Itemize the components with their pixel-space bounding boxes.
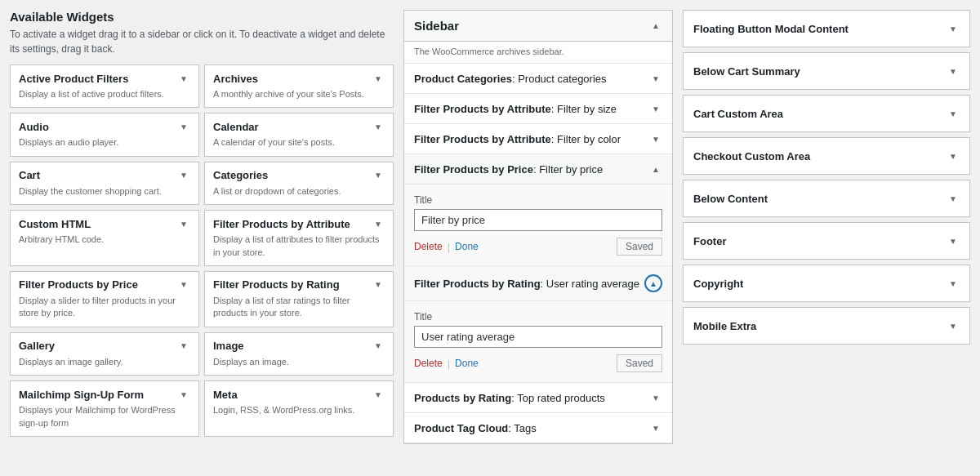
chevron-down-icon: ▼ xyxy=(947,149,960,162)
delete-link[interactable]: Delete xyxy=(414,241,443,252)
chevron-down-icon: ▼ xyxy=(947,277,960,290)
widget-item-desc: Displays an image gallery. xyxy=(19,356,190,368)
sidebar-widget-header[interactable]: Product Tag Cloud: Tags ▼ xyxy=(404,413,672,443)
chevron-up-circle-icon[interactable]: ▲ xyxy=(644,274,662,292)
right-panel: Floating Button Modal Content ▼ Below Ca… xyxy=(683,10,970,345)
widget-item-cart[interactable]: Cart ▼ Display the customer shopping car… xyxy=(10,162,199,205)
widget-item-title: Gallery xyxy=(19,340,55,352)
widget-item-title: Custom HTML xyxy=(19,218,91,230)
sidebar-widget-body: Title Delete | Done Saved xyxy=(404,185,672,265)
available-widgets-desc: To activate a widget drag it to a sideba… xyxy=(10,27,394,56)
chevron-down-icon: ▼ xyxy=(649,132,662,145)
field-label: Title xyxy=(414,311,662,323)
sidebar-widget-label: Filter Products by Price: Filter by pric… xyxy=(414,163,603,176)
sidebar-panel-title: Sidebar xyxy=(414,19,459,33)
sidebar-widget-body: Title Delete | Done Saved xyxy=(404,301,672,382)
sidebar-widget-filter-by-attribute-size: Filter Products by Attribute: Filter by … xyxy=(404,94,672,124)
widget-actions: Delete | Done Saved xyxy=(414,354,662,372)
widget-item-title: Categories xyxy=(213,169,268,181)
widget-item-title: Meta xyxy=(213,389,238,401)
right-widget-copyright[interactable]: Copyright ▼ xyxy=(683,265,970,302)
right-widget-title: Floating Button Modal Content xyxy=(693,23,849,35)
widget-item-desc: Displays your Mailchimp for WordPress si… xyxy=(19,404,190,429)
chevron-down-icon: ▼ xyxy=(372,340,385,353)
widget-item-desc: Display a slider to filter products in y… xyxy=(19,295,190,320)
widget-item-archives[interactable]: Archives ▼ A monthly archive of your sit… xyxy=(204,65,394,108)
chevron-down-icon: ▼ xyxy=(177,120,190,133)
delete-link[interactable]: Delete xyxy=(414,358,443,369)
widget-item-title: Cart xyxy=(19,169,40,181)
right-widget-mobile-extra[interactable]: Mobile Extra ▼ xyxy=(683,307,970,345)
widget-item-mailchimp-sign-up-form[interactable]: Mailchimp Sign-Up Form ▼ Displays your M… xyxy=(10,380,199,437)
sidebar-widget-label: Filter Products by Attribute: Filter by … xyxy=(414,133,621,145)
widget-item-filter-products-by-attribute[interactable]: Filter Products by Attribute ▼ Display a… xyxy=(204,210,394,266)
widget-item-title: Filter Products by Rating xyxy=(213,278,340,291)
right-widget-cart-custom-area[interactable]: Cart Custom Area ▼ xyxy=(683,95,970,132)
right-widget-footer[interactable]: Footer ▼ xyxy=(683,222,970,260)
separator: | xyxy=(448,241,450,253)
right-widget-title: Footer xyxy=(693,235,726,247)
widget-item-calendar[interactable]: Calendar ▼ A calendar of your site's pos… xyxy=(204,113,394,156)
sidebar-panel-header: Sidebar ▲ xyxy=(404,11,672,42)
widget-grid: Active Product Filters ▼ Display a list … xyxy=(10,65,394,437)
widget-item-custom-html[interactable]: Custom HTML ▼ Arbitrary HTML code. xyxy=(10,210,199,266)
widget-item-title: Image xyxy=(213,340,244,352)
sidebar-widget-header[interactable]: Product Categories: Product categories ▼ xyxy=(404,64,672,93)
chevron-down-icon: ▼ xyxy=(177,340,190,353)
sidebar-widget-header[interactable]: Filter Products by Attribute: Filter by … xyxy=(404,124,672,153)
widget-actions: Delete | Done Saved xyxy=(414,238,662,256)
title-input[interactable] xyxy=(414,326,662,348)
sidebar-widget-header[interactable]: Products by Rating: Top rated products ▼ xyxy=(404,383,672,412)
chevron-down-icon: ▼ xyxy=(372,388,385,401)
done-link[interactable]: Done xyxy=(455,358,479,369)
chevron-down-icon: ▼ xyxy=(947,107,960,120)
widget-item-meta[interactable]: Meta ▼ Login, RSS, & WordPress.org links… xyxy=(204,380,394,437)
field-label: Title xyxy=(414,194,662,206)
widget-item-image[interactable]: Image ▼ Displays an image. xyxy=(204,332,394,376)
widget-item-desc: Display a list of star ratings to filter… xyxy=(213,295,385,320)
widget-item-active-product-filters[interactable]: Active Product Filters ▼ Display a list … xyxy=(10,65,199,108)
chevron-down-icon: ▼ xyxy=(649,102,662,115)
chevron-down-icon: ▼ xyxy=(177,217,190,230)
widget-item-filter-products-by-price[interactable]: Filter Products by Price ▼ Display a sli… xyxy=(10,271,199,327)
widget-item-categories[interactable]: Categories ▼ A list or dropdown of categ… xyxy=(204,162,394,205)
widget-item-title: Active Product Filters xyxy=(19,73,128,85)
widget-item-desc: A list or dropdown of categories. xyxy=(213,185,385,198)
sidebar-widget-label: Products by Rating: Top rated products xyxy=(414,392,605,404)
chevron-down-icon: ▼ xyxy=(372,72,385,85)
chevron-down-icon: ▼ xyxy=(372,278,385,291)
sidebar-widget-filter-by-price: Filter Products by Price: Filter by pric… xyxy=(404,154,672,266)
widget-item-gallery[interactable]: Gallery ▼ Displays an image gallery. xyxy=(10,332,199,376)
sidebar-widget-label: Filter Products by Rating: User rating a… xyxy=(414,278,639,290)
widget-item-title: Audio xyxy=(19,121,49,133)
widget-item-desc: Login, RSS, & WordPress.org links. xyxy=(213,404,385,416)
done-link[interactable]: Done xyxy=(455,241,479,252)
right-widget-below-cart-summary[interactable]: Below Cart Summary ▼ xyxy=(683,52,970,90)
right-widget-checkout-custom-area[interactable]: Checkout Custom Area ▼ xyxy=(683,137,970,175)
right-widget-title: Below Cart Summary xyxy=(693,65,800,78)
chevron-down-icon: ▼ xyxy=(947,192,960,205)
sidebar-collapse-icon[interactable]: ▲ xyxy=(649,20,662,33)
widget-item-title: Filter Products by Attribute xyxy=(213,218,350,230)
sidebar-widget-product-tag-cloud: Product Tag Cloud: Tags ▼ xyxy=(404,413,672,443)
sidebar-widget-label: Filter Products by Attribute: Filter by … xyxy=(414,103,617,115)
widget-item-audio[interactable]: Audio ▼ Displays an audio player. xyxy=(10,113,199,156)
title-input[interactable] xyxy=(414,209,662,231)
right-widget-title: Cart Custom Area xyxy=(693,108,783,120)
right-widget-title: Below Content xyxy=(693,193,768,205)
widget-item-title: Calendar xyxy=(213,121,259,133)
chevron-down-icon: ▼ xyxy=(649,421,662,434)
sidebar-widget-header[interactable]: Filter Products by Rating: User rating a… xyxy=(404,266,672,301)
widget-item-title: Filter Products by Price xyxy=(19,278,138,291)
chevron-down-icon: ▼ xyxy=(177,72,190,85)
widget-item-title: Archives xyxy=(213,73,258,85)
right-widget-below-content[interactable]: Below Content ▼ xyxy=(683,180,970,217)
sidebar-widget-header[interactable]: Filter Products by Attribute: Filter by … xyxy=(404,94,672,123)
right-widget-floating-button-modal-content[interactable]: Floating Button Modal Content ▼ xyxy=(683,10,970,47)
sidebar-widget-products-by-rating: Products by Rating: Top rated products ▼ xyxy=(404,383,672,413)
widget-item-filter-products-by-rating[interactable]: Filter Products by Rating ▼ Display a li… xyxy=(204,271,394,327)
sidebar-widget-header[interactable]: Filter Products by Price: Filter by pric… xyxy=(404,154,672,185)
sidebar-widget-filter-by-attribute-color: Filter Products by Attribute: Filter by … xyxy=(404,124,672,154)
chevron-down-icon: ▼ xyxy=(649,391,662,404)
widget-item-desc: Display a list of active product filters… xyxy=(19,88,190,100)
